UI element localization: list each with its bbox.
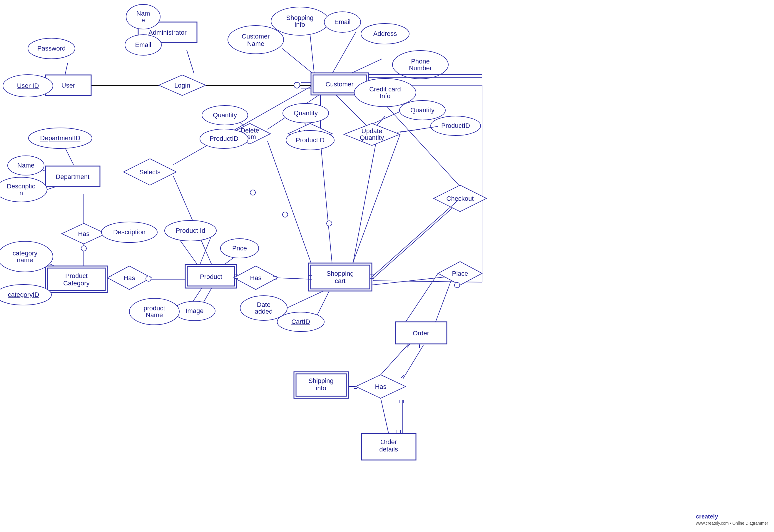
selects-label: Selects [139,168,161,176]
has4-label: Has [375,383,386,390]
catname-label: category [13,250,37,257]
svg-line-47 [65,63,68,76]
svg-line-23 [403,345,423,379]
customer-label: Customer [325,81,353,88]
upprodid-label: ProductID [441,122,470,129]
department-label: Department [56,173,90,180]
address-label: Address [373,30,397,37]
shippinginfo-label: Shipping [308,377,334,384]
svg-point-73 [454,282,460,288]
user-label: User [61,82,75,89]
catname-label2: name [17,256,33,264]
svg-line-4 [310,35,315,76]
svg-line-93 [373,112,400,123]
phonenumber-label2: Number [409,64,432,72]
deptname-label: Name [17,162,35,169]
price-label: Price [232,245,247,252]
administrator-label: Administrator [148,29,187,36]
svg-line-87 [372,200,459,277]
orderdetails-label2: details [379,446,398,453]
userid-label: User ID [17,82,39,89]
svg-point-72 [327,221,332,226]
checkout-label: Checkout [447,195,474,202]
prodid2-label: ProductID [210,135,238,142]
watermark: creately www.creately.com • Online Diagr… [696,513,768,526]
svg-line-15 [268,141,312,265]
adminname-label: Nam [136,10,150,17]
phonenumber-label: Phone [411,58,430,65]
quantity1-label: Quantity [213,111,237,119]
shoppingcart-label: Shopping [327,270,354,277]
updatequantity-label2: Quantity [360,134,384,141]
svg-line-33 [275,278,312,279]
shoppinginfo-label2: info [295,21,305,28]
shoppingcart-label2: cart [335,277,346,285]
dateadded-label: Date [257,301,270,308]
has2-label: Has [123,274,135,282]
productcategory-label2: Category [63,280,89,287]
svg-line-34 [65,147,73,165]
has1-label: Has [78,230,89,237]
shoppinginfo-label: Shopping [286,14,314,21]
er-diagram: User Administrator Login Customer Depart… [0,0,774,532]
productid-label: Product Id [176,227,205,234]
svg-line-3 [282,48,315,75]
deptdesc-label2: n [19,189,23,197]
svg-line-74 [407,344,410,347]
svg-point-56 [294,82,300,88]
custname-label: Customer [242,33,270,40]
has3-label: Has [250,274,261,282]
svg-point-71 [282,212,288,217]
adminemail-label: Email [135,41,151,48]
svg-line-2 [187,50,194,73]
adminname-label2: e [141,16,145,24]
svg-line-31 [173,85,313,165]
place-label: Place [452,270,468,277]
login-label: Login [174,82,190,89]
dateadded-label2: added [255,308,273,315]
orderdetails-label: Order [380,438,397,446]
catid-label: categoryID [8,291,39,298]
svg-line-89 [381,344,409,375]
custemail-label: Email [334,18,350,26]
svg-point-86 [250,190,255,195]
image-label: Image [185,307,203,314]
svg-line-5 [332,32,356,73]
addprodid-label: ProductID [296,136,325,144]
svg-line-21 [435,276,453,323]
svg-line-16 [320,141,332,265]
svg-line-90 [381,398,389,434]
updatequantity-label: Update [362,127,382,135]
svg-point-60 [81,246,86,251]
order-label: Order [413,329,429,337]
deptid-label: DepartmentID [40,134,81,142]
svg-point-62 [146,276,151,281]
description-label: Description [113,228,146,236]
svg-line-17 [353,141,376,265]
creditcard-label: Credit card [369,86,401,93]
productname-label2: Name [146,311,163,319]
canvas: User Administrator Login Customer Depart… [0,0,774,532]
password-label: Password [37,45,66,52]
shippinginfo-label2: info [316,384,326,392]
custname-label2: Name [247,40,265,47]
quantity2-label: Quantity [294,109,318,117]
productcategory-label: Product [65,272,88,280]
product-label: Product [200,273,222,280]
deptdesc-label: Descriptio [7,183,36,190]
svg-line-92 [353,135,400,263]
creditcard-label2: Info [380,92,391,100]
quantity3-label: Quantity [410,106,434,114]
cartid-label: CartID [291,318,310,325]
productname-label: product [143,305,165,312]
